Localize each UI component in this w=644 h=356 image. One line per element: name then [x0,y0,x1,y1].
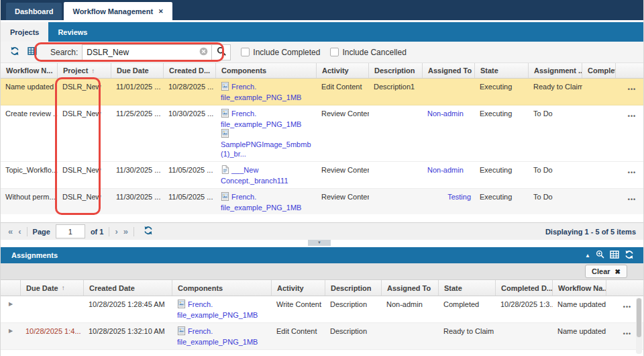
assigned-to-link[interactable]: Testing [447,193,471,201]
component-link[interactable]: SamplePNGImage_5mbmb (1)_br... [221,140,311,158]
grid-view-button[interactable] [610,250,619,261]
assignments-toolbar: Clear ✖ [1,263,643,280]
projects-table-header: Workflow N...Project↑Due DateCreated D..… [1,63,643,79]
refresh-button[interactable] [9,45,21,59]
assignments-table-row[interactable]: ▶10/28/2025 1:4...10/28/2025 1:32:10 AMF… [1,323,643,350]
tab-workflow-management[interactable]: Workflow Management ✕ [64,2,172,20]
row-expander-icon[interactable]: ▶ [1,296,21,322]
tab-label: Reviews [58,28,87,36]
scrollbar-thumb[interactable] [637,298,641,337]
column-header-state[interactable]: State [439,280,496,296]
include-cancelled-checkbox[interactable]: Include Cancelled [330,48,406,57]
grid-view-button[interactable] [26,45,38,59]
zoom-button[interactable] [596,250,604,261]
component-link[interactable]: French.​file_example_PNG_1MB [221,193,301,212]
column-header-created-date[interactable]: Created Date [84,280,172,296]
clear-button[interactable]: Clear ✖ [585,265,627,278]
last-page-button[interactable]: » [123,227,128,236]
next-page-button[interactable]: › [115,227,117,236]
window-tab-bar: Dashboard Workflow Management ✕ [1,0,643,20]
assignments-scrollbar[interactable] [636,298,642,354]
row-actions-button[interactable]: ••• [616,189,643,214]
projects-table-row[interactable]: Without perm...DSLR_New11/30/2025 ...11/… [1,189,643,214]
cell-created-date: 10/28/2025 ... [164,79,216,105]
component-link[interactable]: French.​file_example_PNG_1MB [221,109,301,128]
row-actions-button[interactable]: ••• [616,79,643,105]
checkbox-box[interactable] [330,48,339,56]
column-header-activity[interactable]: Activity [272,280,325,296]
component-link[interactable]: French.​file_example_PNG_1MB [177,327,258,346]
close-tab-icon[interactable]: ✕ [158,8,164,15]
cell-description [369,162,423,188]
cell-completed-date: 10/28/2025 1:3... [496,296,553,322]
cell-activity: Edit Content [272,323,325,349]
projects-table-row[interactable]: Name updatedDSLR_New11/01/2025 ...10/28/… [1,79,643,105]
column-header-due-date[interactable]: Due Date↑ [21,280,84,296]
refresh-button[interactable] [142,224,154,238]
row-actions-button[interactable]: ••• [616,105,643,161]
column-header-completed-d[interactable]: Completed D... [496,280,553,296]
cell-assigned-to [423,79,475,105]
splitter-handle[interactable]: ▼ [308,240,331,246]
first-page-button[interactable]: « [8,227,13,236]
workflow-management-app: Dashboard Workflow Management ✕ Projects… [0,0,644,356]
cell-components: French.​file_example_PNG_1MB [172,296,272,322]
cell-completed-date [496,323,553,349]
cell-state: Executing [475,105,529,161]
column-header-components[interactable]: Components [172,280,272,296]
column-header-workflow-n[interactable]: Workflow N... [1,63,58,78]
column-header-assignment[interactable]: Assignment ... [529,63,582,78]
column-header-due-date[interactable]: Due Date [111,63,164,78]
search-button[interactable] [212,45,230,60]
component-link[interactable]: French.​file_example_PNG_1MB [177,300,258,319]
tab-reviews[interactable]: Reviews [48,22,97,42]
include-completed-checkbox[interactable]: Include Completed [241,48,320,57]
tab-dashboard[interactable]: Dashboard [6,3,62,20]
column-header-components[interactable]: Components [216,63,317,78]
divider [27,227,28,236]
cell-workflow-name: Create review ... [1,105,58,161]
cell-activity: Edit Content [317,79,369,105]
projects-table-row[interactable]: Topic_Workflo...DSLR_New11/30/2025 ...11… [1,162,643,189]
projects-table-body: Name updatedDSLR_New11/01/2025 ...10/28/… [1,79,643,214]
column-header-assigned-to[interactable]: Assigned To [423,63,475,78]
column-header-project[interactable]: Project↑ [58,63,111,78]
cell-assigned-to: Non-admin [423,162,475,188]
prev-page-button[interactable]: ‹ [18,227,21,236]
search-box [82,44,231,60]
collapse-panel-button[interactable]: ▲ [585,253,590,259]
component-link[interactable]: ___New Concept._branch111 [221,166,288,185]
assignments-table-row[interactable]: ▶10/28/2025 1:28:45 AMFrench.​file_examp… [1,296,643,323]
search-input[interactable] [83,48,196,57]
row-expander-icon[interactable]: ▶ [1,323,21,349]
search-icon [217,46,226,58]
column-header-description[interactable]: Description [325,280,382,296]
sort-asc-icon: ↑ [62,284,65,292]
component-link[interactable]: French.​file_example_PNG_1MB [221,83,301,101]
cell-created-date: 11/05/2025 ... [164,162,216,188]
row-actions-button[interactable]: ••• [616,162,643,188]
displaying-info: Displaying 1 - 5 of 5 items [545,228,636,236]
clear-button-label: Clear [592,267,610,275]
cell-created-date: 10/30/2025 ... [164,105,216,161]
column-header-activity[interactable]: Activity [317,63,369,78]
assigned-to-link[interactable]: Non-admin [427,109,464,118]
column-header-assigned-to[interactable]: Assigned To [382,280,439,296]
column-header-complete[interactable]: Complete... [582,63,616,78]
column-header-created-d[interactable]: Created D... [164,63,216,78]
refresh-button[interactable] [625,250,634,261]
column-header-state[interactable]: State [475,63,529,78]
column-header-workflow-na[interactable]: Workflow Na... [553,280,606,296]
page-input[interactable] [56,224,85,238]
cell-description: Description [325,323,382,349]
projects-table-row[interactable]: Create review ...DSLR_New11/25/2025 ...1… [1,105,643,162]
tab-projects[interactable]: Projects [1,22,48,42]
clear-search-icon[interactable] [196,47,211,57]
column-header-label: Created D... [169,66,210,75]
column-header-description[interactable]: Description [369,63,423,78]
refresh-icon [10,46,19,58]
checkbox-box[interactable] [241,48,250,56]
column-header-label: Assignment ... [534,66,582,75]
cell-project: DSLR_New [58,162,111,188]
assigned-to-link[interactable]: Non-admin [427,166,464,174]
